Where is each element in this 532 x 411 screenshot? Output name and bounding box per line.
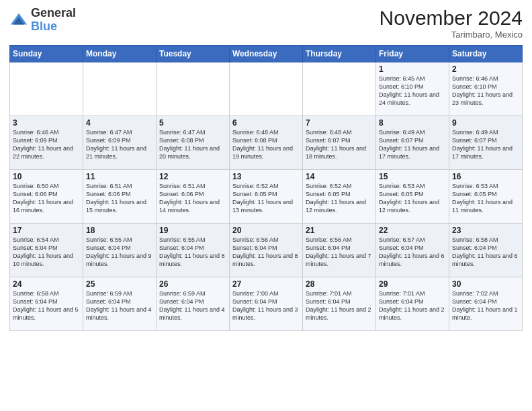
- table-row: 23Sunrise: 6:58 AM Sunset: 6:04 PM Dayli…: [449, 224, 523, 277]
- table-row: 7Sunrise: 6:48 AM Sunset: 6:07 PM Daylig…: [303, 116, 376, 170]
- table-row: [230, 62, 303, 116]
- day-number: 9: [452, 118, 519, 128]
- day-number: 28: [306, 279, 373, 289]
- day-number: 4: [86, 118, 153, 128]
- logo-text: General Blue: [31, 7, 76, 34]
- day-number: 20: [232, 226, 300, 235]
- day-number: 14: [306, 172, 373, 181]
- table-row: [303, 62, 376, 116]
- logo-general: General: [31, 6, 76, 19]
- day-number: 6: [232, 118, 300, 128]
- table-row: 15Sunrise: 6:53 AM Sunset: 6:05 PM Dayli…: [376, 170, 449, 224]
- day-info: Sunrise: 6:47 AM Sunset: 6:09 PM Dayligh…: [86, 128, 153, 161]
- table-row: 6Sunrise: 6:48 AM Sunset: 6:08 PM Daylig…: [230, 116, 303, 170]
- logo: General Blue: [9, 7, 76, 34]
- col-thursday: Thursday: [303, 46, 376, 62]
- day-number: 10: [13, 172, 80, 181]
- table-row: 26Sunrise: 6:59 AM Sunset: 6:04 PM Dayli…: [157, 277, 230, 331]
- location: Tarimbaro, Mexico: [380, 30, 523, 40]
- day-number: 15: [379, 172, 446, 181]
- table-row: 3Sunrise: 6:46 AM Sunset: 6:09 PM Daylig…: [10, 116, 83, 170]
- table-row: 10Sunrise: 6:50 AM Sunset: 6:06 PM Dayli…: [10, 170, 83, 224]
- day-number: 13: [232, 172, 300, 181]
- col-wednesday: Wednesday: [230, 46, 303, 62]
- table-row: 13Sunrise: 6:52 AM Sunset: 6:05 PM Dayli…: [230, 170, 303, 224]
- day-number: 5: [159, 118, 226, 128]
- col-sunday: Sunday: [10, 46, 83, 62]
- day-number: 21: [306, 226, 373, 235]
- day-info: Sunrise: 6:46 AM Sunset: 6:09 PM Dayligh…: [13, 128, 80, 161]
- day-number: 26: [159, 279, 226, 289]
- day-info: Sunrise: 6:58 AM Sunset: 6:04 PM Dayligh…: [452, 236, 519, 269]
- calendar-week-4: 17Sunrise: 6:54 AM Sunset: 6:04 PM Dayli…: [10, 224, 523, 277]
- day-info: Sunrise: 7:01 AM Sunset: 6:04 PM Dayligh…: [306, 289, 373, 322]
- day-info: Sunrise: 6:51 AM Sunset: 6:06 PM Dayligh…: [86, 182, 153, 215]
- day-number: 1: [379, 64, 446, 74]
- calendar-header-row: Sunday Monday Tuesday Wednesday Thursday…: [10, 46, 523, 62]
- table-row: 12Sunrise: 6:51 AM Sunset: 6:06 PM Dayli…: [157, 170, 230, 224]
- col-tuesday: Tuesday: [157, 46, 230, 62]
- table-row: [157, 62, 230, 116]
- table-row: 14Sunrise: 6:52 AM Sunset: 6:05 PM Dayli…: [303, 170, 376, 224]
- day-number: 11: [86, 172, 153, 181]
- day-info: Sunrise: 6:48 AM Sunset: 6:07 PM Dayligh…: [306, 128, 373, 161]
- table-row: 8Sunrise: 6:49 AM Sunset: 6:07 PM Daylig…: [376, 116, 449, 170]
- table-row: 19Sunrise: 6:55 AM Sunset: 6:04 PM Dayli…: [157, 224, 230, 277]
- table-row: 18Sunrise: 6:55 AM Sunset: 6:04 PM Dayli…: [83, 224, 157, 277]
- table-row: 4Sunrise: 6:47 AM Sunset: 6:09 PM Daylig…: [83, 116, 157, 170]
- day-info: Sunrise: 6:53 AM Sunset: 6:05 PM Dayligh…: [379, 182, 446, 215]
- day-number: 29: [379, 279, 446, 289]
- day-number: 8: [379, 118, 446, 128]
- day-info: Sunrise: 6:59 AM Sunset: 6:04 PM Dayligh…: [86, 289, 153, 322]
- header: General Blue November 2024 Tarimbaro, Me…: [9, 7, 523, 40]
- title-block: November 2024 Tarimbaro, Mexico: [380, 7, 523, 40]
- table-row: 16Sunrise: 6:53 AM Sunset: 6:05 PM Dayli…: [449, 170, 523, 224]
- table-row: 29Sunrise: 7:01 AM Sunset: 6:04 PM Dayli…: [376, 277, 449, 331]
- day-number: 27: [232, 279, 300, 289]
- table-row: 22Sunrise: 6:57 AM Sunset: 6:04 PM Dayli…: [376, 224, 449, 277]
- day-info: Sunrise: 6:58 AM Sunset: 6:04 PM Dayligh…: [13, 289, 80, 322]
- table-row: 1Sunrise: 6:45 AM Sunset: 6:10 PM Daylig…: [376, 62, 449, 116]
- calendar-week-5: 24Sunrise: 6:58 AM Sunset: 6:04 PM Dayli…: [10, 277, 523, 331]
- day-info: Sunrise: 6:53 AM Sunset: 6:05 PM Dayligh…: [452, 182, 519, 215]
- day-info: Sunrise: 6:55 AM Sunset: 6:04 PM Dayligh…: [159, 236, 226, 269]
- calendar-week-1: 1Sunrise: 6:45 AM Sunset: 6:10 PM Daylig…: [10, 62, 523, 116]
- table-row: 11Sunrise: 6:51 AM Sunset: 6:06 PM Dayli…: [83, 170, 157, 224]
- table-row: 28Sunrise: 7:01 AM Sunset: 6:04 PM Dayli…: [303, 277, 376, 331]
- day-info: Sunrise: 6:52 AM Sunset: 6:05 PM Dayligh…: [232, 182, 300, 215]
- day-number: 3: [13, 118, 80, 128]
- day-info: Sunrise: 7:01 AM Sunset: 6:04 PM Dayligh…: [379, 289, 446, 322]
- day-info: Sunrise: 6:54 AM Sunset: 6:04 PM Dayligh…: [13, 236, 80, 269]
- calendar-week-2: 3Sunrise: 6:46 AM Sunset: 6:09 PM Daylig…: [10, 116, 523, 170]
- table-row: 24Sunrise: 6:58 AM Sunset: 6:04 PM Dayli…: [10, 277, 83, 331]
- day-number: 12: [159, 172, 226, 181]
- day-number: 19: [159, 226, 226, 235]
- table-row: 30Sunrise: 7:02 AM Sunset: 6:04 PM Dayli…: [449, 277, 523, 331]
- col-saturday: Saturday: [449, 46, 523, 62]
- col-friday: Friday: [376, 46, 449, 62]
- day-number: 17: [13, 226, 80, 235]
- day-info: Sunrise: 6:49 AM Sunset: 6:07 PM Dayligh…: [452, 128, 519, 161]
- table-row: 2Sunrise: 6:46 AM Sunset: 6:10 PM Daylig…: [449, 62, 523, 116]
- day-info: Sunrise: 7:00 AM Sunset: 6:04 PM Dayligh…: [232, 289, 300, 322]
- month-title: November 2024: [380, 7, 523, 30]
- table-row: 5Sunrise: 6:47 AM Sunset: 6:08 PM Daylig…: [157, 116, 230, 170]
- day-info: Sunrise: 6:59 AM Sunset: 6:04 PM Dayligh…: [159, 289, 226, 322]
- day-info: Sunrise: 6:56 AM Sunset: 6:04 PM Dayligh…: [232, 236, 300, 269]
- day-info: Sunrise: 6:45 AM Sunset: 6:10 PM Dayligh…: [379, 75, 446, 107]
- table-row: 20Sunrise: 6:56 AM Sunset: 6:04 PM Dayli…: [230, 224, 303, 277]
- day-info: Sunrise: 7:02 AM Sunset: 6:04 PM Dayligh…: [452, 289, 519, 322]
- day-info: Sunrise: 6:57 AM Sunset: 6:04 PM Dayligh…: [379, 236, 446, 269]
- day-info: Sunrise: 6:50 AM Sunset: 6:06 PM Dayligh…: [13, 182, 80, 215]
- day-info: Sunrise: 6:52 AM Sunset: 6:05 PM Dayligh…: [306, 182, 373, 215]
- day-info: Sunrise: 6:47 AM Sunset: 6:08 PM Dayligh…: [159, 128, 226, 161]
- page-container: General Blue November 2024 Tarimbaro, Me…: [0, 0, 532, 335]
- day-number: 25: [86, 279, 153, 289]
- day-number: 24: [13, 279, 80, 289]
- logo-blue: Blue: [31, 19, 57, 33]
- day-number: 23: [452, 226, 519, 235]
- logo-icon: [9, 11, 28, 30]
- day-number: 16: [452, 172, 519, 181]
- day-number: 30: [452, 279, 519, 289]
- day-info: Sunrise: 6:55 AM Sunset: 6:04 PM Dayligh…: [86, 236, 153, 269]
